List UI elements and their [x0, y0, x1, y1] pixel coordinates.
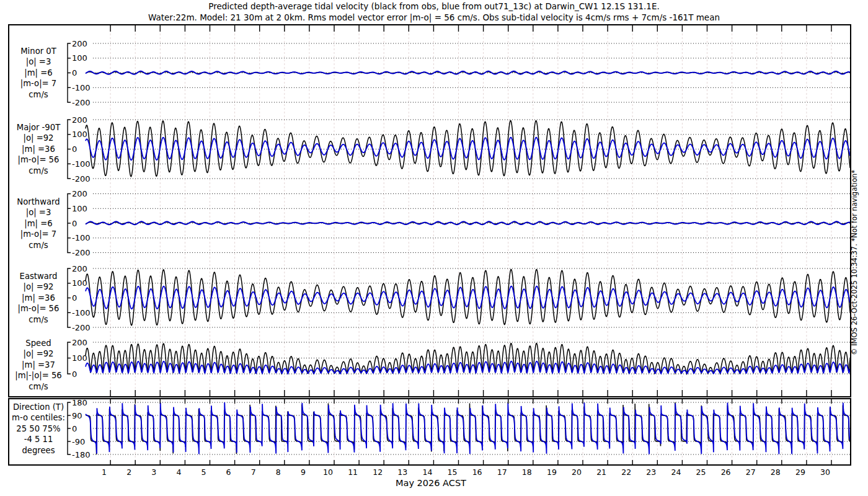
svg-text:5: 5	[202, 467, 206, 477]
svg-text:15: 15	[448, 467, 458, 477]
svg-text:|o| =92: |o| =92	[24, 282, 54, 292]
svg-text:|o| =3: |o| =3	[26, 57, 51, 67]
tidal-prediction-figure: Predicted depth-average tidal velocity (…	[0, 0, 868, 496]
svg-text:29: 29	[795, 467, 805, 477]
svg-text:25 50 75%: 25 50 75%	[16, 424, 60, 433]
svg-text:200: 200	[72, 264, 87, 273]
svg-text:|o| =92: |o| =92	[24, 349, 54, 359]
svg-text:cm/s: cm/s	[29, 166, 48, 175]
svg-text:-180: -180	[72, 450, 91, 459]
svg-text:|m| =36: |m| =36	[22, 293, 55, 303]
svg-text:degrees: degrees	[22, 446, 55, 455]
svg-text:|m| =36: |m| =36	[22, 144, 55, 154]
svg-text:Major -90T: Major -90T	[17, 123, 61, 132]
svg-text:7: 7	[251, 467, 256, 477]
svg-text:200: 200	[72, 338, 87, 347]
svg-text:|m-o|= 7: |m-o|= 7	[20, 79, 56, 89]
svg-text:Speed: Speed	[25, 339, 51, 348]
svg-text:-4 5 11: -4 5 11	[24, 435, 53, 444]
svg-text:-200: -200	[72, 174, 91, 184]
svg-text:|m-o|= 56: |m-o|= 56	[18, 304, 60, 314]
tidal-plot-canvas: Minor 0T|o| =3|m| =6|m-o|= 7cm/s2001000-…	[0, 0, 868, 496]
svg-text:|m| =37: |m| =37	[22, 360, 55, 370]
svg-text:21: 21	[596, 467, 606, 477]
svg-text:14: 14	[422, 467, 432, 477]
svg-text:-100: -100	[72, 233, 91, 242]
svg-text:Direction (T): Direction (T)	[13, 402, 64, 412]
svg-text:2: 2	[126, 467, 131, 477]
svg-text:18: 18	[522, 467, 532, 477]
svg-text:90: 90	[72, 411, 82, 420]
svg-text:26: 26	[721, 467, 731, 477]
svg-text:28: 28	[771, 467, 781, 477]
svg-text:-100: -100	[72, 83, 91, 92]
svg-text:0: 0	[72, 144, 77, 154]
svg-text:9: 9	[301, 467, 306, 477]
svg-text:8: 8	[276, 467, 281, 477]
svg-text:13: 13	[397, 467, 407, 477]
svg-text:20: 20	[572, 467, 582, 477]
svg-text:-200: -200	[72, 98, 91, 107]
svg-text:Northward: Northward	[17, 197, 60, 206]
svg-text:200: 200	[72, 189, 87, 198]
svg-text:11: 11	[348, 467, 358, 477]
svg-text:-100: -100	[72, 159, 91, 169]
svg-text:cm/s: cm/s	[29, 90, 48, 99]
svg-text:30: 30	[820, 467, 830, 477]
svg-text:0: 0	[72, 424, 77, 433]
svg-text:|m-o|= 56: |m-o|= 56	[18, 155, 60, 165]
svg-text:0: 0	[72, 293, 77, 303]
svg-text:|o| =92: |o| =92	[24, 133, 54, 143]
svg-text:10: 10	[323, 467, 333, 477]
svg-text:|m| =6: |m| =6	[24, 219, 52, 229]
svg-text:-200: -200	[72, 248, 91, 257]
svg-text:100: 100	[72, 204, 87, 213]
svg-text:cm/s: cm/s	[29, 382, 48, 391]
svg-text:23: 23	[646, 467, 656, 477]
svg-text:100: 100	[72, 53, 87, 63]
svg-text:0: 0	[72, 370, 77, 379]
svg-text:1: 1	[102, 467, 107, 477]
svg-text:100: 100	[72, 278, 87, 288]
svg-text:-200: -200	[72, 323, 91, 332]
svg-text:|o| =3: |o| =3	[26, 208, 51, 218]
svg-text:24: 24	[671, 467, 681, 477]
svg-text:0: 0	[72, 219, 77, 228]
svg-text:17: 17	[497, 467, 507, 477]
svg-text:200: 200	[72, 115, 87, 125]
svg-text:May 2026 ACST: May 2026 ACST	[396, 478, 466, 488]
svg-text:6: 6	[226, 467, 231, 477]
svg-text:cm/s: cm/s	[29, 241, 48, 250]
svg-text:-90: -90	[72, 437, 85, 446]
svg-text:3: 3	[151, 467, 156, 477]
svg-text:100: 100	[72, 130, 87, 139]
svg-text:Eastward: Eastward	[20, 272, 58, 281]
svg-text:Minor 0T: Minor 0T	[20, 46, 56, 56]
svg-text:19: 19	[547, 467, 557, 477]
svg-text:12: 12	[373, 467, 383, 477]
svg-text:100: 100	[72, 353, 87, 363]
svg-text:16: 16	[472, 467, 482, 477]
svg-text:200: 200	[72, 39, 87, 48]
svg-text:0: 0	[72, 68, 77, 78]
svg-text:-100: -100	[72, 308, 91, 317]
svg-text:|m|-|o|= 56: |m|-|o|= 56	[15, 371, 61, 381]
svg-text:cm/s: cm/s	[29, 315, 48, 324]
svg-text:25: 25	[696, 467, 706, 477]
svg-text:|m| =6: |m| =6	[24, 68, 52, 78]
svg-text:27: 27	[746, 467, 756, 477]
svg-text:m-o centiles:: m-o centiles:	[12, 413, 65, 422]
svg-text:4: 4	[176, 467, 181, 477]
svg-text:|m-o|= 7: |m-o|= 7	[20, 229, 56, 239]
imos-watermark: © IMOS 26-Oct-2025 10:34:37. *Not for na…	[850, 144, 859, 355]
svg-text:22: 22	[621, 467, 631, 477]
